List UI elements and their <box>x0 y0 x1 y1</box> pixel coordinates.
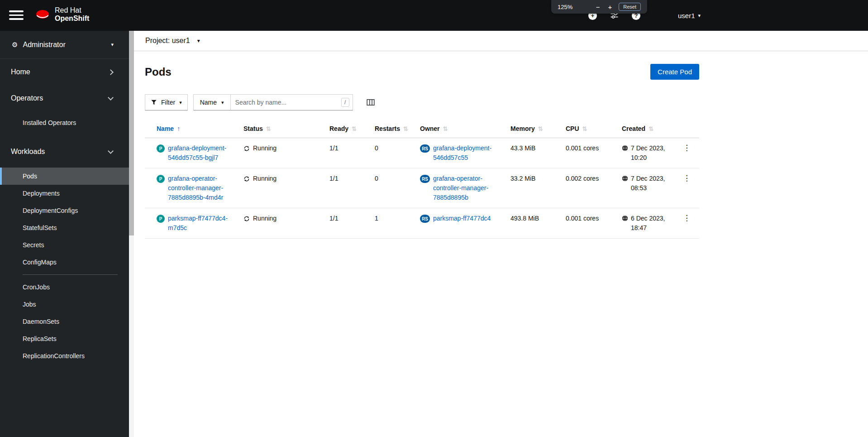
column-header-actions <box>674 120 699 138</box>
created-text: 7 Dec 2023, 08:53 <box>631 174 670 193</box>
zoom-in-button[interactable]: + <box>608 4 612 10</box>
nav-section-home[interactable]: Home <box>0 59 129 85</box>
sidebar-item-replicasets[interactable]: ReplicaSets <box>0 330 129 347</box>
column-header-ready[interactable]: Ready⇅ <box>325 120 370 138</box>
sync-icon <box>243 176 250 182</box>
owner-link[interactable]: grafana-operator-controller-manager-7885… <box>433 174 501 202</box>
ready-cell: 1/1 <box>325 138 370 168</box>
project-selector[interactable]: Project: user1 ▾ <box>134 31 868 51</box>
sidebar-item-installed-operators[interactable]: Installed Operators <box>0 114 129 131</box>
sort-icon: ⇅ <box>582 125 587 132</box>
sidebar-item-deployments[interactable]: Deployments <box>0 185 129 202</box>
replicaset-badge: RS <box>420 175 430 183</box>
column-management-button[interactable] <box>367 98 375 106</box>
sidebar-item-replicationcontrollers[interactable]: ReplicationControllers <box>0 347 129 365</box>
nav-section-workloads[interactable]: Workloads <box>0 139 129 165</box>
column-header-memory[interactable]: Memory⇅ <box>506 120 561 138</box>
browser-zoom-popup: 125% − + Reset <box>551 0 647 14</box>
cpu-cell: 0.002 cores <box>561 168 617 208</box>
zoom-reset-button[interactable]: Reset <box>619 3 641 11</box>
pod-name-link[interactable]: grafana-deployment-546dd57c55-bgjl7 <box>168 144 234 163</box>
caret-down-icon: ▾ <box>179 100 182 106</box>
column-header-created[interactable]: Created⇅ <box>617 120 674 138</box>
nav-divider <box>23 274 118 275</box>
created-text: 6 Dec 2023, 18:47 <box>631 214 670 233</box>
scrollbar-thumb[interactable] <box>129 31 134 235</box>
table-header-row: Name↑ Status⇅ Ready⇅ Restarts⇅ Owner⇅ <box>145 120 699 138</box>
sidebar-item-statefulsets[interactable]: StatefulSets <box>0 219 129 236</box>
owner-link[interactable]: grafana-deployment-546dd57c55 <box>433 144 501 163</box>
ready-cell: 1/1 <box>325 208 370 239</box>
column-header-restarts[interactable]: Restarts⇅ <box>370 120 415 138</box>
chevron-down-icon <box>108 95 114 101</box>
sort-icon: ⇅ <box>352 125 357 132</box>
perspective-label: Administrator <box>23 41 65 49</box>
nav-section-label: Workloads <box>11 148 45 156</box>
pod-badge: P <box>157 175 165 183</box>
brand-line2: OpenShift <box>55 14 89 23</box>
search-box: / <box>231 94 353 110</box>
pod-name-link[interactable]: parksmap-ff7477dc4-m7d5c <box>168 214 234 233</box>
cpu-cell: 0.001 cores <box>561 138 617 168</box>
create-pod-button[interactable]: Create Pod <box>650 64 699 80</box>
created-text: 7 Dec 2023, 10:20 <box>631 144 670 163</box>
owner-link[interactable]: parksmap-ff7477dc4 <box>433 214 491 223</box>
kebab-icon: ⋮ <box>683 214 691 222</box>
table-row: P grafana-deployment-546dd57c55-bgjl7 Ru… <box>145 138 699 168</box>
page-title: Pods <box>145 66 172 78</box>
sidebar-item-cronjobs[interactable]: CronJobs <box>0 279 129 296</box>
kebab-icon: ⋮ <box>683 174 691 182</box>
workloads-subnav: Pods Deployments DeploymentConfigs State… <box>0 165 129 372</box>
kebab-menu-button[interactable]: ⋮ <box>679 214 694 223</box>
memory-cell: 33.2 MiB <box>506 168 561 208</box>
globe-icon <box>622 215 628 221</box>
memory-cell: 493.8 MiB <box>506 208 561 239</box>
zoom-out-button[interactable]: − <box>596 4 600 10</box>
kebab-menu-button[interactable]: ⋮ <box>679 174 694 183</box>
sync-icon <box>243 216 250 222</box>
sort-icon: ⇅ <box>538 125 543 132</box>
masthead: Red Hat OpenShift + ? user1 ▾ 125% − + R… <box>0 0 868 31</box>
user-menu[interactable]: user1 ▾ <box>678 12 701 19</box>
memory-cell: 43.3 MiB <box>506 138 561 168</box>
filter-dropdown[interactable]: Filter ▾ <box>145 94 188 110</box>
column-header-owner[interactable]: Owner⇅ <box>415 120 506 138</box>
sidebar-scrollbar[interactable] <box>129 31 134 437</box>
sort-icon: ⇅ <box>403 125 408 132</box>
hamburger-icon <box>9 10 24 12</box>
funnel-icon <box>151 99 157 106</box>
list-toolbar: Filter ▾ Name ▾ / <box>145 94 868 110</box>
attribute-dropdown[interactable]: Name ▾ <box>193 94 231 110</box>
search-input[interactable] <box>231 95 353 110</box>
sidebar-item-pods[interactable]: Pods <box>0 168 129 185</box>
filter-label: Filter <box>161 99 175 106</box>
username: user1 <box>678 12 695 19</box>
sidebar-item-daemonsets[interactable]: DaemonSets <box>0 313 129 330</box>
hamburger-menu-button[interactable] <box>9 10 24 20</box>
status-text: Running <box>253 174 277 183</box>
perspective-switcher[interactable]: ⚙ Administrator ▾ <box>0 31 129 59</box>
brand-line1: Red Hat <box>55 6 89 14</box>
sidebar-item-deploymentconfigs[interactable]: DeploymentConfigs <box>0 202 129 219</box>
caret-down-icon: ▾ <box>221 100 224 106</box>
brand-text: Red Hat OpenShift <box>55 6 89 23</box>
sync-icon <box>243 145 250 152</box>
status-text: Running <box>253 214 277 223</box>
caret-down-icon: ▾ <box>698 13 701 19</box>
sidebar-item-secrets[interactable]: Secrets <box>0 236 129 254</box>
nav-section-operators[interactable]: Operators <box>0 85 129 111</box>
column-header-cpu[interactable]: CPU⇅ <box>561 120 617 138</box>
sidebar-item-jobs[interactable]: Jobs <box>0 296 129 313</box>
caret-down-icon: ▾ <box>197 38 200 44</box>
column-header-status[interactable]: Status⇅ <box>239 120 325 138</box>
pod-name-link[interactable]: grafana-operator-controller-manager-7885… <box>168 174 234 202</box>
kebab-menu-button[interactable]: ⋮ <box>679 144 694 153</box>
redhat-fedora-icon <box>34 9 51 21</box>
replicaset-badge: RS <box>420 215 430 223</box>
sidebar-item-configmaps[interactable]: ConfigMaps <box>0 254 129 271</box>
columns-icon <box>367 98 375 106</box>
sidebar-nav: ⚙ Administrator ▾ Home Operators Install… <box>0 31 129 437</box>
table-row: P grafana-operator-controller-manager-78… <box>145 168 699 208</box>
sort-icon: ⇅ <box>443 125 448 132</box>
column-header-name[interactable]: Name↑ <box>145 120 239 138</box>
